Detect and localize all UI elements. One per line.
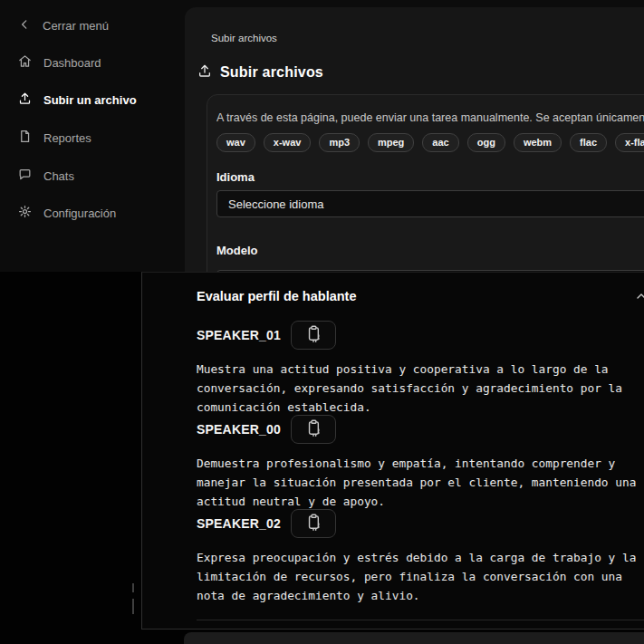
speaker-id: SPEAKER_02 bbox=[197, 516, 281, 531]
sidebar-item-dashboard[interactable]: Dashboard bbox=[18, 53, 101, 72]
home-icon bbox=[18, 54, 32, 71]
language-label: Idioma bbox=[216, 171, 644, 184]
speaker-row: SPEAKER_00 bbox=[197, 415, 336, 444]
speaker-id: SPEAKER_00 bbox=[197, 422, 281, 437]
format-badge: ogg bbox=[467, 133, 505, 152]
sidebar-item-label: Dashboard bbox=[43, 56, 101, 70]
format-badge: webm bbox=[514, 133, 562, 152]
speaker-profile-text: Demuestra profesionalismo y empatía, int… bbox=[197, 454, 644, 511]
format-badge: mpeg bbox=[368, 133, 414, 152]
page-header: Subir archivos bbox=[197, 63, 323, 82]
breadcrumb[interactable]: Subir archivos bbox=[211, 33, 277, 43]
section-header-speaker-profile[interactable]: Evaluar perfil de hablante bbox=[197, 288, 644, 304]
sidebar-item-close-menu[interactable]: Cerrar menú bbox=[18, 16, 109, 34]
format-badge: wav bbox=[216, 133, 255, 152]
speaker-profile-panel: Evaluar perfil de hablante SPEAKER_01 Mu… bbox=[141, 272, 644, 630]
sidebar-item-label: Subir un archivo bbox=[43, 93, 137, 107]
format-badge: x-wav bbox=[264, 133, 312, 152]
app-screen: Cerrar menú Dashboard Subir un archivo R… bbox=[0, 0, 644, 644]
sidebar-item-label: Configuración bbox=[43, 207, 116, 220]
sidebar-item-chats[interactable]: Chats bbox=[18, 167, 74, 185]
sidebar-item-upload-file[interactable]: Subir un archivo bbox=[18, 91, 137, 109]
speaker-row: SPEAKER_01 bbox=[197, 321, 336, 350]
format-badge: aac bbox=[422, 133, 458, 152]
copy-button[interactable] bbox=[291, 509, 336, 538]
speaker-row: SPEAKER_02 bbox=[197, 509, 336, 538]
sidebar-item-label: Chats bbox=[43, 169, 74, 183]
accepted-formats: wav x-wav mp3 mpeg aac ogg webm flac x-f… bbox=[216, 133, 644, 152]
chat-icon bbox=[18, 168, 32, 184]
sidebar-item-label: Reportes bbox=[43, 131, 91, 145]
section-divider bbox=[197, 620, 644, 620]
language-select[interactable]: Seleccione idioma bbox=[216, 190, 644, 217]
scrollbar-thumb[interactable] bbox=[132, 583, 134, 592]
upload-icon bbox=[18, 91, 32, 108]
upload-icon bbox=[197, 63, 212, 82]
sidebar-item-settings[interactable]: Configuración bbox=[18, 204, 116, 222]
upload-description: A través de esta página, puede enviar un… bbox=[216, 111, 644, 125]
speaker-profile-text: Expresa preocupación y estrés debido a l… bbox=[197, 548, 644, 605]
model-label: Modelo bbox=[216, 245, 644, 257]
file-icon bbox=[18, 130, 32, 146]
speaker-profile-text: Muestra una actitud positiva y cooperati… bbox=[197, 360, 644, 417]
sidebar-item-reports[interactable]: Reportes bbox=[18, 129, 91, 147]
drawer-overlay: › Evaluar perfil de hablante SPEAKER_01 … bbox=[0, 272, 644, 644]
next-section-card[interactable] bbox=[184, 632, 644, 644]
page-title: Subir archivos bbox=[220, 64, 323, 81]
copy-button[interactable] bbox=[291, 415, 336, 444]
chevron-left-icon bbox=[18, 18, 31, 34]
gear-icon bbox=[18, 205, 32, 221]
chevron-up-icon bbox=[634, 289, 644, 307]
format-badge: x-flac bbox=[615, 133, 644, 152]
language-select-value: Seleccione idioma bbox=[228, 197, 324, 211]
copy-button[interactable] bbox=[291, 321, 336, 350]
sidebar-item-label: Cerrar menú bbox=[43, 19, 109, 33]
scrollbar-thumb[interactable] bbox=[132, 599, 134, 614]
clipboard-copy-icon bbox=[306, 419, 321, 440]
speaker-id: SPEAKER_01 bbox=[197, 328, 281, 342]
clipboard-copy-icon bbox=[306, 325, 321, 346]
format-badge: flac bbox=[570, 133, 607, 152]
clipboard-copy-icon bbox=[306, 514, 321, 534]
section-title: Evaluar perfil de hablante bbox=[197, 289, 356, 303]
format-badge: mp3 bbox=[319, 133, 360, 152]
